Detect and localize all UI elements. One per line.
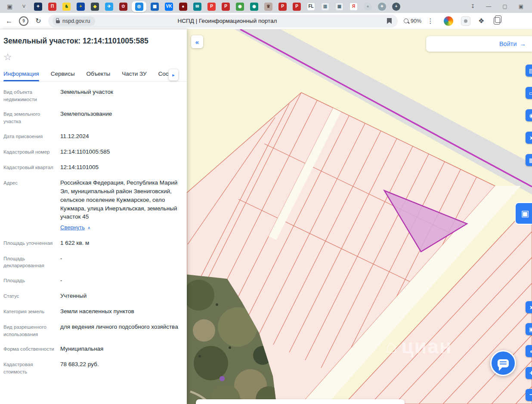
- extension-icon-square[interactable]: [461, 16, 470, 26]
- attribute-value: -: [60, 276, 182, 285]
- attribute-row: Кадастровый номер12:14:1101005:585: [3, 148, 182, 156]
- collections-icon[interactable]: [494, 17, 500, 25]
- tab-Информация[interactable]: Информация: [3, 71, 39, 81]
- extension-icon-colorful[interactable]: [444, 16, 453, 26]
- basemap-icon[interactable]: ◐: [526, 345, 532, 357]
- login-bar[interactable]: Войти →: [426, 36, 532, 52]
- map-bottom-bar[interactable]: [196, 399, 405, 404]
- panel-collapse-button[interactable]: «: [191, 35, 203, 48]
- browser-tab[interactable]: FL: [304, 0, 318, 13]
- tabs-scroll-right-button[interactable]: ▸: [169, 69, 178, 80]
- browser-tab[interactable]: Р: [275, 0, 290, 13]
- back-button[interactable]: ←: [3, 15, 15, 27]
- coordinates-icon[interactable]: ◉: [526, 109, 532, 121]
- map-tools-top: ▤▭◉➤▦: [526, 65, 532, 166]
- map-canvas[interactable]: « Войти → ▤▭◉➤▦ ▣ ➤▣◐+− ⌂ циан: [187, 29, 532, 404]
- browser-tab[interactable]: ˅: [17, 0, 31, 13]
- attribute-value: Учтенный: [60, 292, 182, 300]
- url-host-chip[interactable]: nspd.gov.ru: [53, 16, 95, 26]
- tab-favicon: ▣: [6, 3, 14, 11]
- browser-tab[interactable]: ♛: [261, 0, 275, 13]
- attribute-value: 12:14:1101005: [60, 163, 182, 172]
- tab-favicon: ˅: [20, 3, 28, 11]
- zoom-out-button[interactable]: −: [526, 389, 532, 401]
- tab-favicon: ♞: [62, 3, 71, 11]
- tab-favicon: ♛: [264, 3, 272, 11]
- browser-tab[interactable]: ✦: [31, 0, 45, 13]
- browser-menu-icon[interactable]: ⋮: [427, 17, 434, 25]
- browser-tab[interactable]: ♞: [59, 0, 74, 13]
- tab-favicon: ▦: [335, 3, 343, 11]
- tab-Объекты[interactable]: Объекты: [87, 71, 111, 81]
- restore-icon[interactable]: ▣: [519, 3, 523, 9]
- browser-tab[interactable]: ✉: [190, 0, 204, 13]
- extent-icon[interactable]: ▣: [526, 323, 532, 335]
- attribute-label: Статус: [3, 292, 60, 300]
- attribute-value: -: [60, 254, 182, 269]
- login-arrow-icon: →: [520, 40, 526, 47]
- tab-Сервисы[interactable]: Сервисы: [51, 71, 75, 81]
- watermark-text: циан: [402, 335, 452, 358]
- tab-Части ЗУ[interactable]: Части ЗУ: [122, 71, 146, 81]
- browser-tab[interactable]: ✿: [116, 0, 130, 13]
- tab-counter-icon[interactable]: 9: [19, 16, 28, 26]
- attribute-label: Категория земель: [3, 307, 60, 316]
- favorite-star-button[interactable]: ☆: [3, 52, 12, 62]
- reload-button[interactable]: ↻: [33, 15, 44, 27]
- tool-button-large[interactable]: ▣: [515, 202, 532, 225]
- attribute-row: АдресРоссийская Федерация, Республика Ма…: [3, 179, 182, 232]
- layers-icon[interactable]: ▤: [526, 65, 532, 77]
- bookmark-icon[interactable]: [387, 18, 392, 24]
- chat-bubble-icon: [498, 359, 509, 367]
- map-tools-bottom: ➤▣◐+−: [526, 301, 532, 401]
- ruler-icon[interactable]: ▭: [526, 87, 532, 99]
- share-icon[interactable]: ➤: [526, 132, 532, 144]
- attribute-value: Земельный участок: [60, 88, 182, 103]
- browser-tab[interactable]: P: [204, 0, 219, 13]
- zoom-control[interactable]: 90%: [404, 18, 421, 24]
- browser-tab[interactable]: VK: [162, 0, 176, 13]
- browser-tab-strip: ▣˅✦П♞+◆✈✿◎▦VK♠✉PP◉◉♛РРFL▥▦Я●✦+ ↧ —▢▣: [0, 0, 532, 13]
- attribute-label: Дата присвоения: [3, 132, 60, 141]
- minimize-icon[interactable]: —: [486, 3, 491, 9]
- attribute-row: Площадь декларированная-: [3, 254, 182, 269]
- browser-tab[interactable]: ▦: [148, 0, 162, 13]
- extensions-row: ❖: [444, 16, 500, 26]
- chat-button[interactable]: [490, 350, 516, 376]
- browser-tab[interactable]: ▦: [332, 0, 346, 13]
- browser-tab[interactable]: Р: [290, 0, 304, 13]
- browser-tab[interactable]: ✦: [375, 0, 389, 13]
- browser-tab[interactable]: ◆: [88, 0, 102, 13]
- collapse-address-link[interactable]: Свернуть∧: [60, 223, 182, 231]
- attribute-row: Кадастровая стоимость78 683,22 руб.: [3, 360, 182, 375]
- tab-favicon: +: [77, 3, 85, 11]
- address-bar[interactable]: nspd.gov.ru НСПД | Геоинформационный пор…: [48, 15, 398, 28]
- browser-tab[interactable]: ✈: [102, 0, 116, 13]
- magnifier-icon: [404, 19, 408, 23]
- downloads-tray-icon[interactable]: ↧: [470, 3, 475, 9]
- attribute-value: Муниципальная: [60, 345, 182, 353]
- cadastral-map[interactable]: [187, 29, 532, 404]
- browser-tab[interactable]: ◉: [247, 0, 261, 13]
- browser-tab[interactable]: ◉: [233, 0, 247, 13]
- tab-favicon: P: [207, 3, 216, 11]
- maximize-icon[interactable]: ▢: [502, 3, 507, 9]
- browser-tab[interactable]: ♠: [176, 0, 190, 13]
- browser-tab[interactable]: Я: [346, 0, 361, 13]
- browser-tab[interactable]: +: [389, 0, 403, 13]
- browser-tab[interactable]: +: [74, 0, 88, 13]
- locate-icon[interactable]: ➤: [526, 301, 532, 313]
- print-icon[interactable]: ▦: [526, 154, 532, 166]
- extensions-puzzle-icon[interactable]: ❖: [478, 17, 484, 25]
- tab-favicon: ◉: [250, 3, 258, 11]
- chevron-up-icon: ∧: [87, 225, 90, 230]
- tab-favicon: Я: [350, 3, 358, 11]
- browser-tab-active[interactable]: ◎: [132, 1, 146, 12]
- browser-tab[interactable]: ▣: [3, 0, 17, 13]
- browser-tab[interactable]: P: [219, 0, 233, 13]
- tab-favicon: ✦: [34, 3, 42, 11]
- browser-tab[interactable]: ●: [361, 0, 375, 13]
- browser-tab[interactable]: П: [45, 0, 59, 13]
- zoom-in-button[interactable]: +: [526, 367, 532, 379]
- browser-tab[interactable]: ▥: [318, 0, 332, 13]
